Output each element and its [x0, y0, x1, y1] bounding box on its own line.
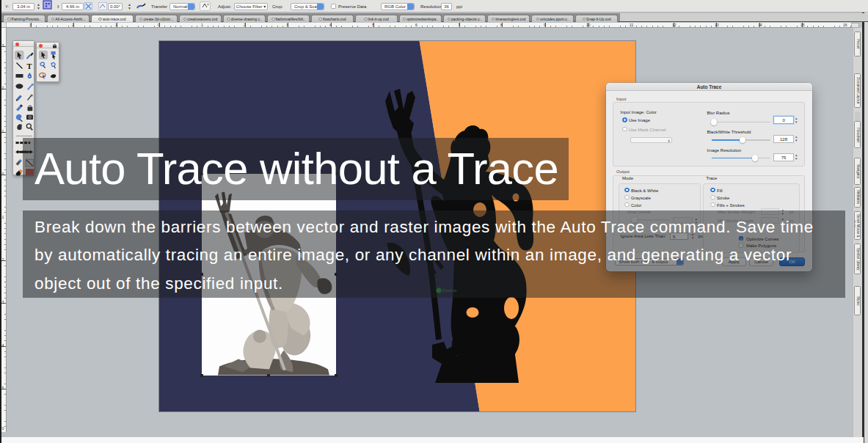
svg-text:T: T [26, 62, 32, 70]
